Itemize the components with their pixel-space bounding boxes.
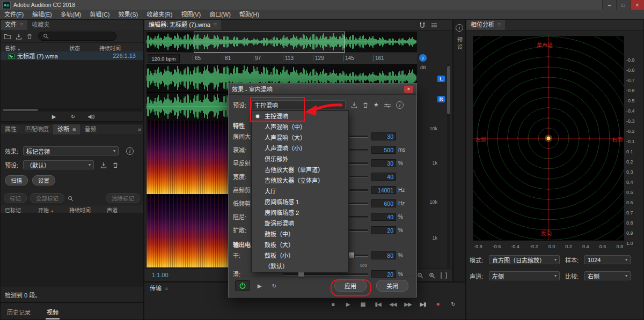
param-value[interactable]: 30 (371, 159, 396, 167)
preview-loop-icon[interactable]: ↻ (269, 281, 279, 290)
mark-button[interactable]: 标记 (4, 193, 27, 203)
record-button[interactable]: ● (433, 300, 443, 308)
scrollbar-thumb[interactable] (3, 109, 38, 111)
mark-all-button[interactable]: 全部标记 (30, 193, 64, 203)
speaker-icon[interactable] (87, 113, 95, 120)
tab-history[interactable]: 历史记录 (6, 307, 32, 319)
menu-item[interactable]: 视图(V) (177, 10, 205, 19)
info-icon[interactable]: i (126, 147, 134, 155)
preview-loop-icon[interactable]: ↻ (68, 113, 78, 121)
preset-option[interactable]: 人声混响（小） (252, 143, 348, 154)
preset-option[interactable]: 房间临场感 2 (252, 207, 348, 218)
samples-select[interactable]: 1024▾ (584, 255, 631, 264)
preset-option[interactable]: 吉他放大器（立体声） (252, 175, 348, 186)
tab-diagnostics[interactable]: 诊断≡ (53, 124, 80, 135)
panel-menu-icon[interactable]: ≡ (497, 21, 501, 28)
editor-vertical-scrollbar[interactable] (447, 64, 450, 267)
zoom-selection-icon[interactable] (441, 271, 447, 278)
more-tabs-icon[interactable]: » (136, 124, 143, 135)
zoom-in-icon[interactable] (429, 271, 435, 278)
info-icon[interactable]: i (456, 24, 463, 32)
import-file-icon[interactable] (16, 33, 22, 40)
save-preset-icon[interactable] (100, 161, 107, 168)
fast-forward-button[interactable]: ▶▶ (403, 300, 413, 308)
restore-button[interactable]: □ (616, 0, 630, 10)
tab-properties[interactable]: 属性 (1, 124, 21, 135)
param-value[interactable]: 14001 (371, 186, 396, 194)
param-value[interactable]: 40 (371, 213, 396, 221)
preview-play-icon[interactable]: ▶ (49, 113, 58, 121)
preset-option[interactable]: （默认） (252, 261, 348, 272)
param-value[interactable]: 20 (371, 226, 396, 234)
pause-button[interactable]: ▮▮ (358, 300, 368, 308)
panel-menu-icon[interactable]: ≡ (214, 21, 217, 28)
param-value[interactable]: 30 (371, 132, 396, 140)
column-name[interactable]: 名称 ▲ (5, 44, 21, 52)
close-dialog-button[interactable]: 关闭 (376, 280, 408, 292)
mode-select[interactable]: 直方图（日志缩放）▾ (489, 255, 560, 264)
effect-power-toggle[interactable] (235, 280, 250, 291)
settings-button[interactable]: 设置 (32, 175, 55, 185)
file-row[interactable]: 无标题 (7).wma 226:1.13 (1, 51, 143, 60)
preset-option[interactable]: 大厅 (252, 186, 348, 197)
save-preset-icon[interactable] (351, 101, 357, 108)
delete-file-icon[interactable] (26, 33, 33, 40)
timeline-ruler[interactable]: 120.0 bpm 658197113129145161 (147, 53, 417, 64)
skip-to-start-button[interactable]: ▮◀ (373, 300, 383, 308)
search-input[interactable] (38, 32, 116, 41)
close-button[interactable]: × (630, 0, 644, 10)
favorite-star-icon[interactable]: ★ (374, 101, 379, 108)
editor-menu-icon[interactable] (431, 20, 437, 30)
param-value[interactable]: 500 (371, 146, 396, 154)
rewind-button[interactable]: ◀◀ (388, 300, 398, 308)
menu-item[interactable]: 窗口(W) (205, 10, 235, 19)
preset-option[interactable]: 鼓板（大） (252, 240, 348, 250)
preset-combobox[interactable]: 主控混响▾ (251, 100, 346, 109)
ab-toggle-icon[interactable] (384, 101, 391, 108)
delete-preset-icon[interactable] (112, 161, 119, 168)
tab-favorites[interactable]: 收藏夹 (27, 20, 54, 30)
menu-item[interactable]: 多轨(M) (56, 10, 86, 19)
dialog-close-icon[interactable]: × (404, 86, 413, 93)
channel-select[interactable]: 左侧▾ (489, 271, 560, 280)
tab-phase-analysis[interactable]: 相位分析≡ (466, 20, 505, 30)
collapsed-panel-label[interactable]: 预设 (456, 37, 464, 51)
param-value[interactable]: 600 (371, 199, 396, 207)
minimize-button[interactable]: – (602, 0, 616, 10)
tab-video[interactable]: 视频 (46, 307, 60, 319)
column-duration[interactable]: 持续时间 (99, 44, 121, 52)
preset-option[interactable]: 房间临场感 1 (252, 197, 348, 207)
open-file-icon[interactable] (4, 33, 11, 40)
delete-preset-icon[interactable] (362, 101, 369, 108)
left-channel-badge[interactable]: L (437, 76, 445, 82)
stop-button[interactable]: ■ (328, 300, 338, 308)
snap-icon[interactable] (419, 20, 426, 30)
preset-option[interactable]: 人声混响（大） (252, 132, 348, 143)
editor-tab[interactable]: 编辑器: 无标题 (7).wma≡ (144, 20, 221, 30)
param-value[interactable]: 40 (371, 173, 396, 181)
menu-item[interactable]: 帮助(H) (235, 10, 264, 19)
dialog-titlebar[interactable]: 效果 - 室内混响 × (229, 84, 416, 95)
search-icon[interactable] (68, 195, 74, 202)
preset-option[interactable]: 人声混响（中） (252, 122, 348, 132)
apply-button[interactable]: 应用 (334, 280, 367, 292)
menu-item[interactable]: 文件(F) (0, 10, 28, 19)
skip-to-end-button[interactable]: ▶▮ (418, 300, 428, 308)
menu-item[interactable]: 收藏夹(R) (142, 10, 177, 19)
slider-knob[interactable] (348, 252, 355, 259)
zoom-out-icon[interactable] (417, 271, 423, 278)
scan-button[interactable]: 扫描 (5, 175, 28, 185)
clear-marked-button[interactable]: 清除标记 (106, 193, 140, 203)
preset-option[interactable]: 主控混响 (252, 111, 348, 122)
info-icon[interactable]: i (396, 101, 404, 109)
overview-selection[interactable] (194, 32, 345, 53)
param-value[interactable]: 80 (371, 251, 396, 259)
loop-button[interactable]: ↻ (448, 300, 458, 308)
scrollbar-thumb[interactable] (447, 66, 450, 114)
menu-item[interactable]: 编辑(E) (28, 10, 56, 19)
panel-menu-icon[interactable]: ≡ (165, 285, 168, 291)
preset-option[interactable]: 鼓板（中） (252, 229, 348, 240)
right-channel-badge[interactable]: R (437, 96, 445, 102)
menu-item[interactable]: 剪辑(C) (85, 10, 114, 19)
effect-select[interactable]: 标记音频▾ (23, 146, 119, 155)
